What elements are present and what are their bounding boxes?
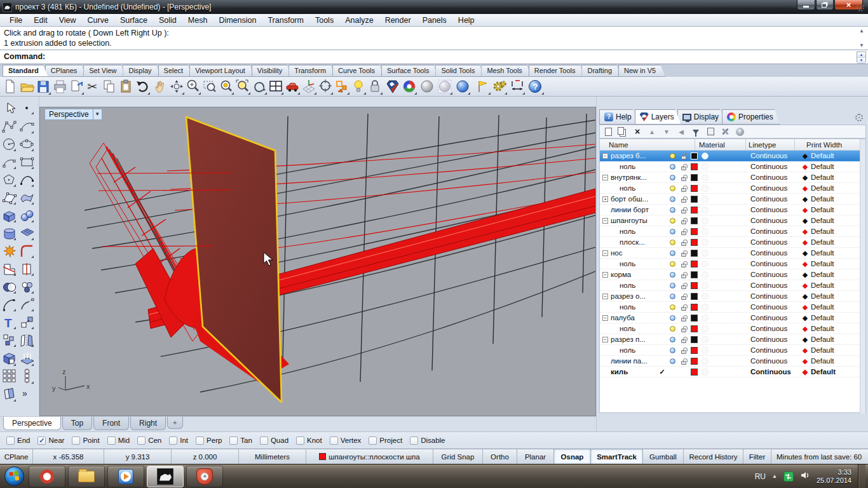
status-record-history[interactable]: Record History bbox=[684, 449, 743, 464]
layer-print-width[interactable]: Default bbox=[811, 217, 865, 224]
layer-material[interactable] bbox=[700, 228, 750, 235]
restore-button[interactable] bbox=[816, 0, 834, 10]
trim-icon[interactable] bbox=[3, 264, 16, 276]
current-layer-check[interactable]: ✓ bbox=[657, 368, 667, 376]
layer-material[interactable] bbox=[700, 261, 750, 268]
osnap-project[interactable]: Project bbox=[369, 437, 402, 445]
layer-material[interactable] bbox=[700, 185, 750, 192]
print-color-diamond-icon[interactable]: ◆ bbox=[799, 303, 811, 311]
print-color-diamond-icon[interactable]: ◆ bbox=[799, 368, 811, 376]
layer-lock-toggle[interactable] bbox=[678, 357, 689, 365]
title-bar[interactable]: проект 3 (481 КБ) - Undefined (Undefined… bbox=[0, 0, 868, 14]
viewport-title[interactable]: Perspective bbox=[45, 109, 93, 119]
cylinder-icon[interactable] bbox=[4, 229, 16, 240]
layer-row[interactable]: −внутрянк...Continuous◆Default bbox=[600, 172, 865, 183]
lock-objects-icon[interactable] bbox=[371, 81, 383, 95]
filter-layers-icon[interactable] bbox=[691, 126, 701, 137]
checkbox-icon[interactable] bbox=[296, 437, 304, 445]
layer-name[interactable]: ноль bbox=[620, 163, 657, 170]
layer-lock-toggle[interactable] bbox=[678, 152, 689, 159]
layer-material[interactable] bbox=[700, 174, 750, 181]
osnap-point[interactable]: Point bbox=[72, 437, 99, 445]
toolbar-tab-new-in-v5[interactable]: New in V5 bbox=[618, 65, 665, 77]
select-icon[interactable] bbox=[8, 103, 15, 113]
layer-visibility-toggle[interactable] bbox=[667, 153, 678, 159]
toolbar-gear-icon[interactable] bbox=[857, 3, 864, 14]
layer-row[interactable]: нольContinuous◆Default bbox=[600, 161, 865, 172]
print-color-diamond-icon[interactable]: ◆ bbox=[799, 227, 811, 236]
pan-view-icon[interactable] bbox=[156, 81, 164, 92]
layer-row[interactable]: −разрез п...Continuous◆Default bbox=[600, 334, 865, 345]
layer-row[interactable]: −разрез о...Continuous◆Default bbox=[600, 291, 865, 302]
layer-material[interactable] bbox=[700, 347, 750, 354]
layer-linetype[interactable]: Continuous bbox=[750, 249, 799, 257]
layer-linetype[interactable]: Continuous bbox=[750, 227, 799, 235]
collapse-icon[interactable]: − bbox=[602, 272, 608, 278]
paste-icon[interactable] bbox=[121, 80, 130, 92]
layer-linetype[interactable]: Continuous bbox=[750, 173, 799, 181]
move-layer-down-icon[interactable]: ▼ bbox=[661, 126, 672, 137]
layer-row[interactable]: нольContinuous◆Default bbox=[600, 345, 865, 356]
chevron-down-icon[interactable]: ▼ bbox=[93, 109, 102, 119]
layer-color-swatch[interactable] bbox=[689, 152, 700, 159]
osnap-int[interactable]: Int bbox=[169, 437, 188, 445]
layer-material[interactable] bbox=[700, 217, 750, 224]
perspective-viewport[interactable]: z x y bbox=[39, 107, 596, 416]
print-color-diamond-icon[interactable]: ◆ bbox=[799, 271, 811, 279]
layer-name[interactable]: палуба bbox=[611, 314, 657, 322]
language-indicator[interactable]: RU bbox=[755, 472, 766, 481]
layer-color-swatch[interactable] bbox=[689, 282, 700, 289]
collapse-icon[interactable]: − bbox=[602, 337, 608, 342]
taskbar-clock[interactable]: 3:33 25.07.2014 bbox=[817, 468, 851, 485]
boolean-difference-icon[interactable] bbox=[4, 283, 17, 294]
print-color-diamond-icon[interactable]: ◆ bbox=[799, 292, 811, 301]
layer-color-swatch[interactable] bbox=[689, 304, 700, 311]
array-along-curve-icon[interactable] bbox=[25, 369, 34, 384]
panel-tab-properties[interactable]: Properties bbox=[722, 109, 780, 125]
menu-render[interactable]: Render bbox=[379, 15, 417, 26]
layer-visibility-toggle[interactable] bbox=[667, 240, 678, 245]
layer-print-width[interactable]: Default bbox=[811, 195, 865, 203]
layer-linetype[interactable]: Continuous bbox=[750, 271, 799, 278]
layer-name[interactable]: внутрянк... bbox=[611, 173, 657, 181]
add-viewport-tab[interactable]: + bbox=[167, 417, 182, 429]
print-color-diamond-icon[interactable]: ◆ bbox=[799, 325, 811, 333]
taskbar-rhino[interactable] bbox=[147, 466, 184, 487]
menu-help[interactable]: Help bbox=[452, 15, 480, 26]
status-y-coordinate[interactable]: y 9.313 bbox=[104, 449, 172, 464]
viewport-background[interactable] bbox=[40, 107, 595, 416]
split-icon[interactable] bbox=[23, 263, 34, 276]
color-adjust-icon[interactable] bbox=[403, 81, 417, 95]
print-color-diamond-icon[interactable]: ◆ bbox=[799, 217, 811, 225]
layer-print-width[interactable]: Default bbox=[811, 292, 865, 300]
layer-print-width[interactable]: Default bbox=[811, 173, 865, 181]
layer-print-width[interactable]: Default bbox=[811, 227, 865, 235]
layer-visibility-toggle[interactable] bbox=[667, 175, 678, 180]
rotate-view-icon[interactable] bbox=[170, 80, 184, 95]
cplane-icon[interactable] bbox=[303, 80, 316, 95]
spheres-icon[interactable] bbox=[22, 211, 34, 223]
layer-color-swatch[interactable] bbox=[689, 250, 700, 257]
menu-solid[interactable]: Solid bbox=[153, 15, 182, 26]
layer-name[interactable]: плоск... bbox=[620, 238, 657, 246]
print-color-diamond-icon[interactable]: ◆ bbox=[799, 163, 811, 171]
layer-material[interactable] bbox=[700, 152, 750, 159]
layer-material[interactable] bbox=[700, 315, 750, 322]
osnap-cen[interactable]: Cen bbox=[137, 437, 161, 445]
layer-name[interactable]: нос bbox=[611, 249, 657, 257]
layer-material[interactable] bbox=[700, 207, 750, 214]
menu-analyze[interactable]: Analyze bbox=[339, 15, 379, 26]
layer-row[interactable]: −шпангоутыContinuous◆Default bbox=[600, 215, 865, 226]
osnap-knot[interactable]: Knot bbox=[296, 437, 322, 445]
viewport-tab-top[interactable]: Top bbox=[62, 417, 92, 430]
layer-lock-toggle[interactable] bbox=[678, 238, 689, 246]
zoom-dynamic-icon[interactable] bbox=[188, 81, 201, 95]
layer-color-swatch[interactable] bbox=[689, 196, 700, 203]
layer-color-swatch[interactable] bbox=[689, 207, 700, 214]
layer-visibility-toggle[interactable] bbox=[667, 358, 678, 364]
layer-print-width[interactable]: Default bbox=[811, 249, 865, 257]
osnap-end[interactable]: End bbox=[6, 437, 30, 445]
print-color-diamond-icon[interactable]: ◆ bbox=[799, 238, 811, 247]
scroll-up-icon[interactable]: ▲ bbox=[859, 28, 864, 34]
layer-print-width[interactable]: Default bbox=[811, 184, 865, 192]
